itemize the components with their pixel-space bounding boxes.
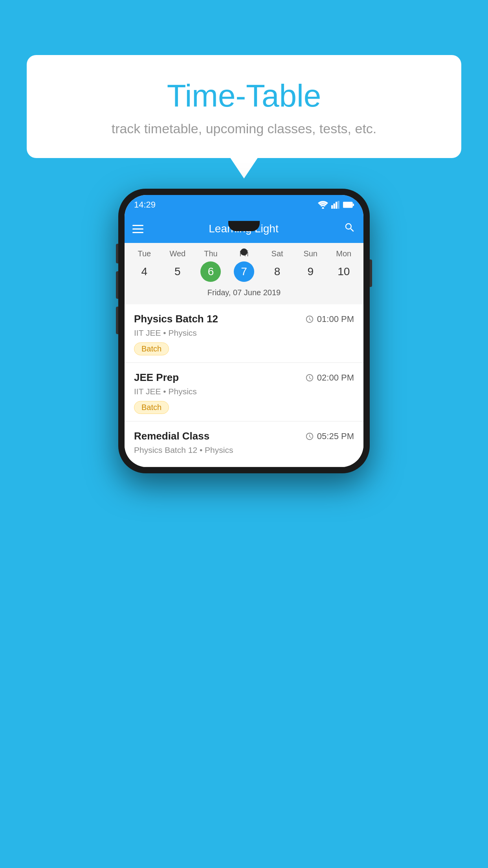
- schedule-subtitle: IIT JEE • Physics: [134, 328, 354, 338]
- signal-icon: [331, 201, 340, 209]
- schedule-item-header: Physics Batch 1201:00 PM: [134, 313, 354, 325]
- clock-icon: [305, 315, 314, 324]
- day-name: Wed: [161, 249, 194, 258]
- day-name: Mon: [327, 249, 360, 258]
- phone-mute-button: [116, 244, 118, 263]
- schedule-subtitle: Physics Batch 12 • Physics: [134, 445, 354, 455]
- batch-badge: Batch: [134, 342, 169, 355]
- phone-power-button: [370, 259, 372, 287]
- speech-bubble: Time-Table track timetable, upcoming cla…: [27, 55, 461, 158]
- calendar-day-col[interactable]: Tue4: [128, 249, 161, 282]
- day-number[interactable]: 9: [300, 261, 321, 282]
- schedule-item[interactable]: Remedial Class05:25 PMPhysics Batch 12 •…: [125, 421, 363, 467]
- svg-rect-5: [343, 202, 352, 208]
- day-name: Tue: [128, 249, 161, 258]
- schedule-title: JEE Prep: [134, 371, 179, 384]
- phone-screen: 14:29: [125, 195, 363, 467]
- day-number[interactable]: 7: [234, 261, 254, 282]
- bubble-subtitle: track timetable, upcoming classes, tests…: [42, 121, 446, 136]
- bubble-title: Time-Table: [42, 79, 446, 113]
- schedule-time: 05:25 PM: [305, 431, 354, 441]
- wifi-icon: [318, 201, 328, 209]
- day-number[interactable]: 4: [134, 261, 154, 282]
- svg-rect-4: [338, 201, 339, 209]
- schedule-time: 01:00 PM: [305, 314, 354, 324]
- schedule-item[interactable]: Physics Batch 1201:00 PMIIT JEE • Physic…: [125, 304, 363, 363]
- batch-badge: Batch: [134, 401, 169, 414]
- battery-icon: [343, 202, 354, 208]
- svg-rect-3: [336, 202, 337, 209]
- day-number[interactable]: 5: [167, 261, 188, 282]
- time-text: 02:00 PM: [317, 373, 354, 383]
- schedule-item-header: Remedial Class05:25 PM: [134, 430, 354, 442]
- selected-date-label: Friday, 07 June 2019: [125, 285, 363, 303]
- front-camera: [240, 248, 248, 256]
- schedule-title: Remedial Class: [134, 430, 209, 442]
- clock-icon: [305, 432, 314, 441]
- phone-volume-down-button: [116, 307, 118, 334]
- calendar-day-col[interactable]: Mon10: [327, 249, 360, 282]
- calendar-day-col[interactable]: Sat8: [261, 249, 294, 282]
- day-name: Thu: [194, 249, 227, 258]
- day-number[interactable]: 10: [334, 261, 354, 282]
- svg-point-0: [322, 207, 324, 209]
- phone-volume-up-button: [116, 271, 118, 299]
- speech-bubble-container: Time-Table track timetable, upcoming cla…: [27, 55, 461, 158]
- schedule-time: 02:00 PM: [305, 373, 354, 383]
- day-name: Sun: [294, 249, 327, 258]
- calendar-day-col[interactable]: Wed5: [161, 249, 194, 282]
- schedule-subtitle: IIT JEE • Physics: [134, 387, 354, 396]
- schedule-list: Physics Batch 1201:00 PMIIT JEE • Physic…: [125, 304, 363, 467]
- schedule-item-header: JEE Prep02:00 PM: [134, 371, 354, 384]
- status-bar: 14:29: [125, 195, 363, 215]
- day-number[interactable]: 6: [200, 261, 221, 282]
- hamburger-menu-button[interactable]: [132, 225, 143, 233]
- svg-rect-6: [353, 204, 354, 206]
- schedule-item[interactable]: JEE Prep02:00 PMIIT JEE • PhysicsBatch: [125, 363, 363, 421]
- schedule-title: Physics Batch 12: [134, 313, 218, 325]
- search-button[interactable]: [344, 222, 356, 236]
- clock-icon: [305, 373, 314, 382]
- time-text: 01:00 PM: [317, 314, 354, 324]
- calendar-day-col[interactable]: Sun9: [294, 249, 327, 282]
- day-number[interactable]: 8: [267, 261, 288, 282]
- phone-outer: 14:29: [118, 189, 370, 473]
- time-text: 05:25 PM: [317, 431, 354, 441]
- status-icons: [318, 201, 354, 209]
- day-name: Sat: [261, 249, 294, 258]
- svg-rect-2: [334, 204, 335, 209]
- svg-rect-1: [331, 205, 333, 209]
- calendar-day-col[interactable]: Thu6: [194, 249, 227, 282]
- phone-mockup: 14:29: [118, 189, 370, 473]
- phone-notch: [228, 221, 260, 231]
- status-time: 14:29: [134, 200, 156, 210]
